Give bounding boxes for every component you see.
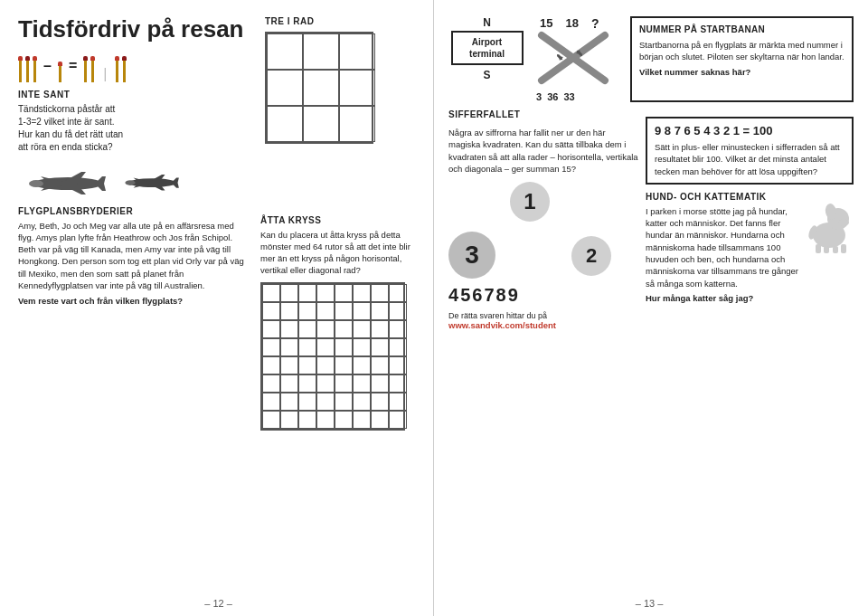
grid-cell [303, 70, 339, 106]
kryss-cell [262, 284, 280, 302]
airplane-medium-icon [118, 167, 181, 194]
kryss-cell [389, 393, 407, 411]
runway-num-33: 33 [563, 91, 574, 102]
animal-silhouette [804, 192, 854, 303]
num-6: 6 [472, 285, 482, 306]
num-8: 8 [496, 285, 506, 306]
kryss-cell [316, 374, 335, 393]
flygplans-section: Amy, Beth, Jo och Meg var alla ute på en… [18, 220, 251, 308]
circle-1: 1 [510, 182, 550, 222]
flygplans-column: FLYGPLANSBRYDERIER Amy, Beth, Jo och Meg… [18, 206, 251, 431]
grid-cell [303, 33, 339, 70]
kryss-cell [280, 411, 298, 429]
kryss-cell [371, 411, 389, 429]
atta-kryss-section: ÅTTA KRYSS Kan du placera ut åtta kryss … [260, 215, 419, 431]
kryss-cell [316, 356, 335, 374]
airport-terminal-box: Airport terminal [451, 31, 524, 65]
kryss-cell [262, 411, 280, 429]
kryss-cell [389, 356, 407, 374]
kryss-cell [335, 393, 353, 411]
equals-sign: = [69, 50, 77, 82]
bottom-numbers-row: 4 5 6 7 8 9 [448, 285, 638, 306]
kryss-cell [280, 338, 298, 356]
hund-text: I parken i morse stötte jag på hundar, k… [646, 205, 798, 289]
kryss-cell [280, 393, 298, 411]
kryss-cell [316, 338, 335, 356]
kryss-cell [262, 302, 280, 320]
kryss-cell [389, 411, 407, 429]
kryss-cell [298, 356, 316, 374]
kryss-cell [389, 338, 407, 356]
right-top-section: N Airport terminal S 15 18 ? [448, 16, 854, 102]
kryss-cell [316, 320, 335, 338]
grid-cell [267, 70, 303, 106]
kryss-cell [371, 356, 389, 374]
math-text: Sätt in plus- eller minustecken i siffer… [655, 141, 844, 177]
matchstick-7 [115, 56, 119, 82]
tre-grid [265, 32, 373, 144]
sandvik-link: www.sandvik.com/student [448, 320, 556, 330]
num-4: 4 [448, 285, 458, 306]
kryss-cell [280, 320, 298, 338]
nummer-heading: NUMMER PÅ STARTBANAN [639, 24, 844, 36]
svg-marker-9 [172, 177, 179, 183]
kryss-cell [371, 284, 389, 302]
circle-3-value: 3 [465, 241, 479, 270]
kryss-cell [353, 374, 371, 393]
atta-kryss-heading: ÅTTA KRYSS [260, 215, 419, 225]
num-7: 7 [484, 285, 494, 306]
kryss-grid [260, 282, 405, 431]
grid-cell [339, 106, 375, 142]
kryss-cell [280, 356, 298, 374]
sifferfallet-heading: SIFFERFALLET [448, 109, 638, 119]
svg-point-23 [838, 219, 849, 226]
num-5: 5 [460, 285, 470, 306]
matchstick-6 [90, 56, 95, 82]
kryss-cell [389, 302, 407, 320]
kryss-cell [262, 338, 280, 356]
left-page: Tidsfördriv på resan TRE I RAD [0, 0, 434, 616]
match-stick [19, 61, 22, 82]
flygplans-heading: FLYGPLANSBRYDERIER [18, 206, 251, 216]
matchstick-2 [25, 56, 30, 82]
kryss-cell [262, 393, 280, 411]
kryss-cell [316, 284, 335, 302]
runway-section: 15 18 ? [533, 16, 623, 102]
circle-1-value: 1 [524, 189, 535, 214]
grid-cell [339, 33, 375, 70]
circle-2-value: 2 [586, 244, 597, 268]
tre-i-rad-section: TRE I RAD [265, 16, 419, 144]
match-stick [123, 61, 126, 82]
kryss-cell [371, 338, 389, 356]
kryss-cell [335, 320, 353, 338]
atta-kryss-column: ÅTTA KRYSS Kan du placera ut åtta kryss … [260, 206, 419, 431]
nummer-text1: Startbanorna på en flygplats är märkta m… [639, 39, 844, 63]
hund-question: Hur många katter såg jag? [646, 293, 798, 303]
svg-marker-10 [172, 183, 179, 188]
kryss-cell [353, 411, 371, 429]
kryss-cell [280, 374, 298, 393]
kryss-cell [371, 374, 389, 393]
airplane-row [18, 163, 419, 199]
math-equation: 9 8 7 6 5 4 3 2 1 = 100 [655, 124, 844, 137]
runway-num-36: 36 [547, 91, 558, 102]
runway-top-numbers: 15 18 ? [540, 16, 623, 31]
kryss-cell [335, 374, 353, 393]
svg-rect-26 [833, 246, 838, 253]
kryss-cell [298, 374, 316, 393]
nummer-box: NUMMER PÅ STARTBANAN Startbanorna på en … [630, 16, 854, 102]
kryss-cell [280, 284, 298, 302]
circle-2: 2 [571, 236, 611, 276]
number-circles-display: 1 3 2 [448, 182, 611, 281]
svg-point-5 [29, 180, 43, 187]
divider: | [103, 66, 107, 82]
nummer-question: Vilket nummer saknas här? [639, 66, 844, 78]
svg-rect-24 [816, 244, 821, 253]
runway-num-15: 15 [540, 16, 552, 31]
matchstick-5 [83, 56, 88, 82]
hund-section: HUND- OCH KATTEMATIK I parken i morse st… [646, 192, 854, 303]
right-page: N Airport terminal S 15 18 ? [434, 0, 868, 616]
sifferfallet-text: Några av siffrorna har fallit ner ur den… [448, 127, 638, 175]
kryss-cell [353, 338, 371, 356]
kryss-cell [298, 411, 316, 429]
